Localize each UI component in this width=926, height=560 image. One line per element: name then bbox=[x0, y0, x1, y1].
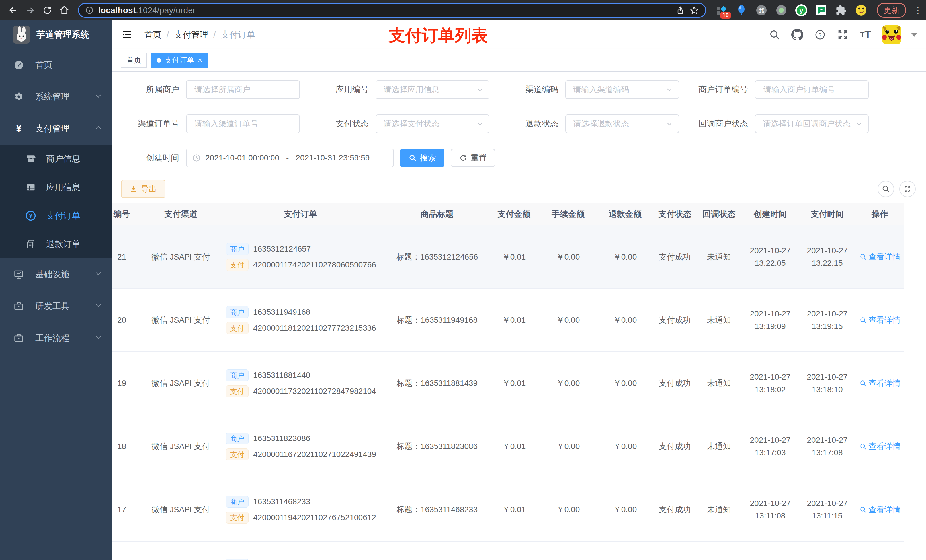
sidebar-item-pay[interactable]: ¥ 支付管理 bbox=[0, 113, 112, 145]
search-button[interactable]: 搜索 bbox=[400, 149, 445, 167]
select-placeholder: 请选择支付状态 bbox=[384, 118, 481, 129]
chevron-down-icon bbox=[666, 86, 673, 96]
export-button-label: 导出 bbox=[141, 184, 157, 194]
sidebar-item-refund-order[interactable]: 退款订单 bbox=[0, 230, 112, 258]
sidebar-item-system[interactable]: 系统管理 bbox=[0, 81, 112, 113]
filter-label: 创建时间 bbox=[121, 152, 186, 164]
view-detail-link[interactable]: 查看详情 bbox=[859, 504, 900, 515]
sidebar-item-label: 系统管理 bbox=[35, 91, 70, 103]
fullscreen-icon[interactable] bbox=[837, 29, 849, 41]
cell-fee bbox=[540, 541, 596, 560]
browser-forward-button[interactable] bbox=[23, 3, 38, 18]
user-menu-caret-icon[interactable] bbox=[911, 33, 917, 37]
font-size-icon[interactable]: TT bbox=[859, 29, 872, 41]
extension-y-icon[interactable]: y bbox=[795, 4, 808, 17]
channel-order-no-field[interactable] bbox=[186, 115, 300, 133]
help-icon[interactable]: ? bbox=[814, 29, 826, 41]
date-range-picker[interactable]: 2021-10-01 00:00:00 - 2021-10-31 23:59:5… bbox=[186, 148, 394, 167]
extensions-puzzle-icon[interactable] bbox=[835, 4, 847, 17]
tab-pay-order[interactable]: 支付订单 bbox=[151, 53, 208, 68]
sidebar-item-devtools[interactable]: 研发工具 bbox=[0, 290, 112, 322]
smiley-icon bbox=[855, 4, 867, 17]
app-id-select[interactable]: 请选择应用信息 bbox=[375, 80, 489, 99]
svg-text:y: y bbox=[799, 6, 803, 14]
browser-home-button[interactable] bbox=[57, 3, 72, 18]
browser-back-button[interactable] bbox=[6, 3, 21, 18]
cell-fee: ￥0.00 bbox=[540, 478, 596, 541]
pikachu-avatar-icon bbox=[882, 25, 901, 44]
sidebar-item-pay-order[interactable]: ¥ 支付订单 bbox=[0, 201, 112, 230]
cell-refund: ￥0.00 bbox=[596, 225, 654, 288]
cell-pay-order: 商户 1635311468233 支付 42000011942021102767… bbox=[215, 478, 386, 541]
merchant-input[interactable] bbox=[194, 85, 292, 95]
cell-notify: 未通知 bbox=[696, 352, 742, 415]
merchant-select[interactable] bbox=[186, 80, 300, 99]
browser-menu-icon[interactable]: ⋮ bbox=[914, 5, 920, 16]
sidebar-item-app-info[interactable]: 应用信息 bbox=[0, 173, 112, 201]
view-detail-link[interactable]: 查看详情 bbox=[859, 251, 900, 262]
browser-reload-button[interactable] bbox=[40, 3, 54, 18]
breadcrumb-separator: / bbox=[166, 30, 169, 39]
table-row[interactable]: 17 微信 JSAPI 支付 商户 1635311468233 支付 42000… bbox=[112, 478, 904, 541]
channel-order-no-input[interactable] bbox=[194, 119, 292, 128]
tags-view-bar: 首页 支付订单 bbox=[112, 49, 926, 72]
share-icon[interactable] bbox=[676, 6, 685, 15]
search-icon bbox=[882, 185, 890, 193]
extension-record-icon[interactable] bbox=[775, 4, 788, 17]
filter-channel-code: 渠道编码 请输入渠道编码 bbox=[500, 80, 690, 99]
col-notify: 回调状态 bbox=[696, 203, 742, 225]
reset-button[interactable]: 重置 bbox=[451, 149, 495, 167]
extension-command-icon[interactable]: ⌘ bbox=[755, 4, 768, 17]
table-row[interactable]: 20 微信 JSAPI 支付 商户 1635311949168 支付 42000… bbox=[112, 288, 904, 352]
table-row[interactable]: 商户 1635311351796 支付 标题： 查看详情 bbox=[112, 541, 904, 560]
table-row[interactable]: 19 微信 JSAPI 支付 商户 1635311881440 支付 42000… bbox=[112, 352, 904, 415]
tab-close-icon[interactable] bbox=[198, 58, 203, 63]
breadcrumb-home[interactable]: 首页 bbox=[144, 29, 162, 41]
breadcrumb-pay[interactable]: 支付管理 bbox=[174, 29, 208, 41]
sidebar-item-home[interactable]: 首页 bbox=[0, 49, 112, 81]
view-detail-link[interactable]: 查看详情 bbox=[859, 378, 900, 389]
table-row[interactable]: 21 微信 JSAPI 支付 商户 1635312124657 支付 42000… bbox=[112, 225, 904, 288]
merchant-order-no-input[interactable] bbox=[763, 85, 861, 95]
profile-emoji-icon[interactable] bbox=[855, 4, 867, 17]
tab-home[interactable]: 首页 bbox=[121, 53, 147, 68]
extension-chat-icon[interactable] bbox=[815, 4, 828, 17]
sidebar-item-workflow[interactable]: 工作流程 bbox=[0, 322, 112, 354]
export-button[interactable]: 导出 bbox=[121, 180, 165, 198]
merchant-order-no-field[interactable] bbox=[755, 80, 869, 99]
notify-status-select[interactable]: 请选择订单回调商户状态 bbox=[755, 115, 869, 133]
screen: localhost:1024/pay/order 10 bbox=[0, 0, 926, 560]
pay-tag-badge: 支付 bbox=[226, 259, 248, 271]
refresh-table-button[interactable] bbox=[899, 181, 916, 197]
user-avatar[interactable] bbox=[882, 25, 901, 44]
cell-refund: ￥0.00 bbox=[596, 288, 654, 352]
cell-refund: ￥0.00 bbox=[596, 352, 654, 415]
y-circle-icon: y bbox=[795, 4, 808, 17]
view-detail-link[interactable]: 查看详情 bbox=[859, 315, 900, 326]
logo-rabbit-avatar bbox=[12, 26, 30, 44]
sidebar-toggle-icon[interactable] bbox=[121, 29, 133, 41]
svg-text:?: ? bbox=[819, 32, 822, 38]
col-actions: 操作 bbox=[856, 203, 904, 225]
sidebar-item-merchant-info[interactable]: 商户信息 bbox=[0, 145, 112, 173]
bookmark-star-icon[interactable] bbox=[689, 5, 699, 15]
pay-status-select[interactable]: 请选择支付状态 bbox=[375, 115, 489, 133]
channel-code-select[interactable]: 请输入渠道编码 bbox=[565, 80, 679, 99]
select-placeholder: 请输入渠道编码 bbox=[573, 84, 671, 95]
extension-balloon-icon[interactable] bbox=[735, 4, 748, 17]
browser-update-button[interactable]: 更新 bbox=[877, 3, 906, 18]
view-detail-link[interactable]: 查看详情 bbox=[859, 441, 900, 452]
cell-paid bbox=[799, 541, 856, 560]
extension-tabs-icon[interactable]: 10 bbox=[715, 4, 728, 17]
table-row[interactable]: 18 微信 JSAPI 支付 商户 1635311823086 支付 42000… bbox=[112, 415, 904, 478]
channel-pay-no: 4200001167202110271022491439 bbox=[253, 450, 376, 459]
refund-status-select[interactable]: 请选择退款状态 bbox=[565, 115, 679, 133]
url-bar[interactable]: localhost:1024/pay/order bbox=[78, 3, 706, 18]
sidebar-item-infra[interactable]: 基础设施 bbox=[0, 258, 112, 290]
search-icon bbox=[859, 380, 867, 387]
sidebar-logo[interactable]: 芋道管理系统 bbox=[0, 21, 112, 49]
github-icon[interactable] bbox=[791, 29, 803, 41]
cell-id bbox=[112, 541, 147, 560]
toggle-search-button[interactable] bbox=[878, 181, 894, 197]
search-icon[interactable] bbox=[768, 29, 781, 41]
